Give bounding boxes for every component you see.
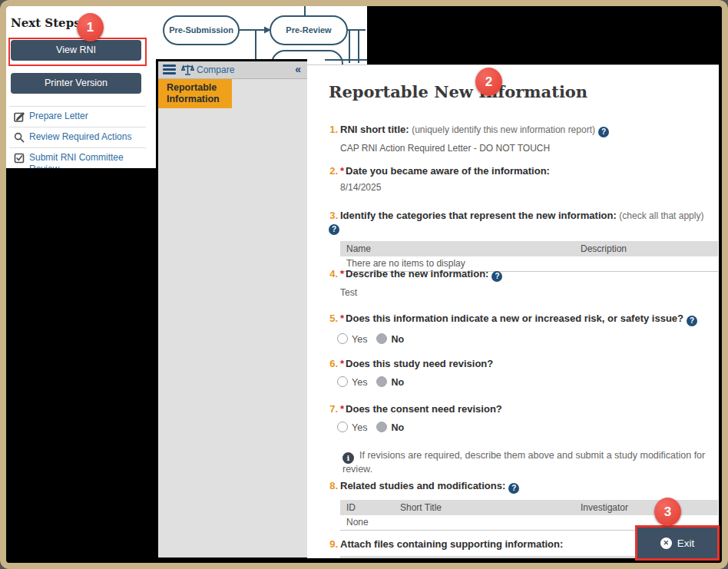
question-label: Does this information indicate a new or … (346, 313, 683, 324)
hamburger-menu-icon[interactable] (163, 65, 176, 75)
divider (9, 127, 146, 127)
question-number: 6. (326, 358, 338, 369)
view-rni-button[interactable]: View RNI (11, 40, 141, 61)
question-4: 4.*Describe the new information:? Test (326, 268, 714, 298)
question-label: Does the consent need revision? (346, 403, 502, 415)
question-number: 8. (326, 480, 338, 491)
radio-yes[interactable] (337, 333, 348, 344)
prepare-letter-label: Prepare Letter (29, 111, 144, 122)
stage-pre-review: Pre-Review (286, 25, 332, 35)
column-investigator: Investigator (574, 500, 628, 515)
question-hint: (check all that apply) (619, 210, 703, 221)
review-required-actions-label: Review Required Actions (29, 131, 144, 143)
review-required-actions-link[interactable]: Review Required Actions (6, 131, 152, 143)
question-6: 6.*Does this study need revision? YesNo (326, 358, 714, 388)
question-number: 9. (326, 538, 338, 550)
question-3: 3.Identify the categories that represent… (326, 210, 714, 272)
consent-revision-radio-group: YesNo (337, 422, 714, 433)
question-2: 2.*Date you became aware of the informat… (326, 165, 714, 193)
sidebar-item-reportable-information[interactable]: Reportable Information (158, 79, 232, 108)
risk-radio-group: YesNo (337, 333, 714, 345)
radio-yes[interactable] (337, 376, 348, 387)
revision-info-note: iIf revisions are required, describe the… (342, 450, 719, 475)
required-asterisk: * (340, 403, 344, 415)
radio-yes-label: Yes (352, 377, 367, 388)
question-label: Attach files containing supporting infor… (340, 538, 563, 550)
question-number: 4. (326, 268, 338, 280)
info-icon: i (342, 452, 354, 464)
question-1: 1.RNI short title: (uniquely identify th… (326, 124, 714, 154)
compare-scales-icon (181, 64, 194, 79)
required-asterisk: * (340, 313, 344, 324)
column-name: Name (340, 241, 574, 256)
question-label: Related studies and modifications: (340, 480, 505, 491)
required-asterisk: * (340, 268, 344, 280)
help-icon[interactable]: ? (491, 271, 502, 282)
question-label: Does this study need revision? (346, 358, 493, 369)
pencil-square-icon (14, 111, 25, 124)
divider (9, 106, 146, 107)
radio-no-selected[interactable] (376, 333, 387, 344)
prepare-letter-link[interactable]: Prepare Letter (6, 111, 152, 122)
submit-rni-committee-review-label: Submit RNI Committee Review (29, 152, 144, 168)
rni-form-window: Reportable New Information 1.RNI short t… (307, 65, 719, 558)
exit-button[interactable]: ✕Exit (637, 528, 717, 558)
radio-no-label: No (391, 422, 404, 433)
stage-pre-submission: Pre-Submission (169, 25, 233, 35)
radio-no-label: No (391, 377, 404, 388)
magnifier-icon (14, 132, 25, 145)
describe-information-value: Test (340, 287, 714, 298)
radio-no-label: No (391, 334, 404, 345)
question-label: Describe the new information: (346, 268, 488, 280)
printer-version-button[interactable]: Printer Version (11, 73, 141, 94)
radio-no-selected[interactable] (376, 376, 387, 387)
rni-short-title-value: CAP RNI Action Required Letter - DO NOT … (340, 143, 714, 154)
question-number: 3. (326, 210, 338, 221)
categories-table: Name Description There are no items to d… (340, 241, 718, 272)
column-id: ID (340, 500, 394, 515)
annotated-screenshot-frame: Next Steps View RNI Printer Version Prep… (0, 0, 728, 569)
question-label: RNI short title: (340, 124, 409, 135)
question-7: 7.*Does the consent need revision? YesNo (326, 403, 714, 433)
column-name: Name (340, 556, 371, 558)
callout-badge-2: 2 (475, 68, 502, 96)
divider (9, 147, 146, 148)
exit-highlight-box: ✕Exit (635, 525, 720, 561)
sidebar-toolbar: Compare « (158, 61, 307, 79)
question-label: Date you became aware of the information… (346, 165, 550, 177)
collapse-sidebar-chevrons[interactable]: « (295, 63, 301, 75)
study-revision-radio-group: YesNo (337, 376, 714, 388)
radio-yes[interactable] (337, 422, 348, 432)
date-aware-value: 8/14/2025 (340, 182, 714, 193)
help-icon[interactable]: ? (687, 316, 697, 326)
question-number: 1. (326, 124, 338, 135)
help-icon[interactable]: ? (329, 224, 339, 235)
column-short-title: Short Title (394, 500, 574, 515)
required-asterisk: * (340, 358, 344, 369)
page-title: Reportable New Information (329, 82, 587, 101)
callout-badge-1: 1 (77, 13, 104, 41)
check-square-icon (14, 153, 25, 166)
radio-no-selected[interactable] (376, 422, 387, 432)
column-description: Description (574, 241, 627, 256)
question-hint: (uniquely identify this new information … (412, 124, 595, 135)
question-5: 5.*Does this information indicate a new … (326, 313, 714, 345)
submit-rni-committee-review-link[interactable]: Submit RNI Committee Review (6, 152, 152, 168)
radio-yes-label: Yes (352, 422, 367, 433)
form-nav-sidebar: Compare « Reportable Information (156, 59, 307, 557)
radio-yes-label: Yes (352, 334, 367, 345)
note-text: If revisions are required, describe them… (342, 450, 705, 475)
question-number: 5. (326, 313, 338, 324)
question-number: 2. (326, 165, 338, 177)
required-asterisk: * (340, 165, 344, 177)
exit-button-label: Exit (677, 538, 695, 549)
help-icon[interactable]: ? (508, 483, 519, 494)
table-header: Name Description (340, 241, 718, 256)
help-icon[interactable]: ? (598, 127, 609, 137)
circle-x-icon: ✕ (660, 538, 672, 549)
question-label: Identify the categories that represent t… (340, 210, 617, 221)
compare-button[interactable]: Compare (197, 65, 234, 75)
callout-badge-3: 3 (654, 498, 681, 526)
next-steps-title: Next Steps (11, 16, 81, 30)
question-number: 7. (326, 403, 338, 415)
